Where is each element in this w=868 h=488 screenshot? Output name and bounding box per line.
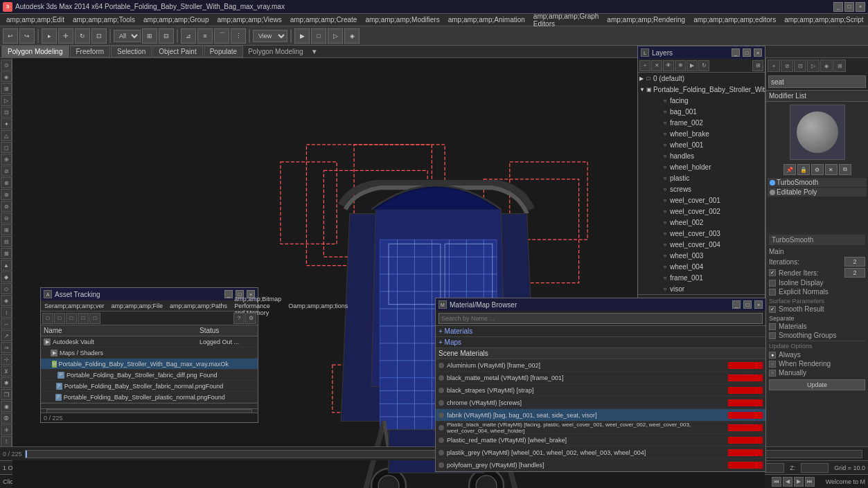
layers-panel-titlebar[interactable]: L Layers _ □ × [638,46,765,59]
material-polyfoam[interactable]: polyfoam_grey (VRayMtl) [handles] [436,459,765,471]
sidebar-icon-20[interactable]: ◇ [1,283,12,294]
material-black-strapes[interactable]: black_strapes (VRayMtl) [strap] [436,384,765,397]
tab-object-paint[interactable]: Object Paint [152,46,202,57]
material-panel-titlebar[interactable]: M Material/Map Browser _ □ × [436,298,765,311]
tb-rotate[interactable]: ↻ [75,28,90,44]
ts-smoothing-checkbox[interactable] [769,332,776,339]
ts-explicit-checkbox[interactable] [769,289,776,296]
sidebar-icon-3[interactable]: ⊞ [1,83,12,94]
mod-config[interactable]: ⚙ [811,164,824,175]
layer-plastic[interactable]: ○ plastic [638,172,765,183]
ts-materials-checkbox[interactable] [769,323,776,330]
asset-menu-server[interactable]: Seramp;amp;amp;ver [42,302,107,310]
tab-selection[interactable]: Selection [111,46,152,57]
rp-icon-modify[interactable]: ⊘ [781,60,793,72]
asset-menu-options[interactable]: Oamp;amp;amp;tions [286,302,350,310]
layer-hide[interactable]: 👁 [663,60,674,71]
modifier-editable-poly[interactable]: Editable Poly [768,188,867,197]
sidebar-icon-2[interactable]: ◈ [1,71,12,82]
layer-wheel004[interactable]: ○ wheel_004 [638,261,765,272]
tb-select[interactable]: ▸ [42,28,57,44]
asset-item-vault[interactable]: ▶ Autodesk Vault Logged Out ... [41,336,258,347]
ts-iterations-input[interactable] [844,257,865,266]
sidebar-icon-24[interactable]: ↗ [1,330,12,341]
sidebar-icon-6[interactable]: ✦ [1,118,12,129]
tb-redo[interactable]: ↪ [19,28,35,44]
layer-new[interactable]: + [639,60,650,71]
material-section-maps[interactable]: + Maps [436,337,765,348]
asset-tb1[interactable]: □ [42,313,53,324]
sidebar-icon-21[interactable]: ◈ [1,295,12,306]
sidebar-icon-8[interactable]: ◻ [1,142,12,153]
ts-always-radio[interactable]: ● [769,352,776,359]
object-name-input[interactable] [768,75,866,88]
layer-refresh[interactable]: ↻ [698,60,709,71]
menu-item-modifiers[interactable]: amp;amp;amp;Modifiers [362,15,443,24]
layer-screws[interactable]: ○ screws [638,183,765,195]
tab-freeform[interactable]: Freeform [70,46,111,57]
material-section-scene[interactable]: Scene Materials [436,348,765,359]
layer-wheel003[interactable]: ○ wheel_003 [638,250,765,261]
window-controls[interactable]: _ □ × [833,2,865,12]
ts-smooth-checkbox[interactable]: ✓ [769,306,776,313]
menu-item-rendering[interactable]: amp;amp;amp;Rendering [603,15,689,24]
asset-tb-help[interactable]: ? [233,313,245,324]
layers-panel-maximize[interactable]: □ [743,48,751,57]
material-aluminium[interactable]: Aluminium (VRayMtl) [frame_002] [436,359,765,372]
layer-weel-cover003[interactable]: ○ weel_cover_003 [638,228,765,239]
ts-render-checkbox[interactable]: ✓ [769,269,776,276]
mod-copy[interactable]: ⧉ [839,164,851,175]
layers-panel-close[interactable]: × [754,48,762,57]
layers-panel-minimize[interactable]: _ [732,48,740,57]
asset-tb3[interactable]: □ [66,313,77,324]
sidebar-icon-28[interactable]: ✱ [1,377,12,388]
asset-item-normal[interactable]: P Portable_Folding_Baby_Stroller_fabric_… [41,381,258,392]
tb-mirror[interactable]: ⊿ [181,28,196,44]
sidebar-icon-13[interactable]: ⊜ [1,201,12,212]
layer-default[interactable]: ▶ □ 0 (default) [638,73,765,84]
menu-item-views[interactable]: amp;amp;amp;Views [213,15,285,24]
material-plastic-black[interactable]: Plastic_black_matte (VRayMtl) [facing, p… [436,422,765,434]
tb-select-type[interactable]: All [114,30,141,42]
tb-render4[interactable]: ◈ [344,28,360,44]
asset-tb-config[interactable]: ⚙ [245,313,256,324]
play-next[interactable]: ⏭ [805,477,815,487]
layer-expand[interactable]: ⊞ [752,60,763,71]
material-panel-close[interactable]: × [754,300,763,309]
tb-undo[interactable]: ↩ [3,28,18,44]
mode-tab-extra[interactable]: ▼ [308,46,321,57]
sidebar-icon-1[interactable]: ⊙ [1,60,12,71]
timeline-cursor[interactable] [26,451,27,458]
rp-icon-hierarchy[interactable]: ⊡ [794,60,806,72]
asset-item-plastic[interactable]: P Portable_Folding_Baby_Stroller_plastic… [41,392,258,403]
sidebar-icon-10[interactable]: ⊘ [1,165,12,177]
layer-render[interactable]: ▶ [687,60,698,71]
rp-icon-display[interactable]: ◈ [820,60,833,72]
sidebar-icon-29[interactable]: ❐ [1,389,12,400]
menu-item-create[interactable]: amp;amp;amp;Create [287,15,361,24]
sidebar-icon-5[interactable]: ⊡ [1,107,12,118]
rp-icon-create[interactable]: + [768,60,780,72]
tb-render[interactable]: ▶ [294,28,310,44]
sidebar-icon-7[interactable]: △ [1,130,12,141]
sidebar-icon-27[interactable]: ⊻ [1,365,12,377]
ts-update-button[interactable]: Update [769,379,865,390]
sidebar-icon-26[interactable]: ⊹ [1,354,12,365]
material-plastic-red[interactable]: Plastic_red_matte (VRayMtl) [wheel_brake… [436,434,765,446]
sidebar-icon-14[interactable]: ⊝ [1,213,12,224]
sidebar-icon-32[interactable]: ⁜ [1,424,12,435]
tb-curve[interactable]: ⌒ [214,28,229,44]
material-section-materials[interactable]: + Materials [436,326,765,337]
sidebar-icon-17[interactable]: ⊠ [1,248,12,259]
material-panel-minimize[interactable]: _ [732,300,741,309]
layer-delete[interactable]: ✕ [651,60,662,71]
layer-wheel-brake[interactable]: ○ wheel_brake [638,128,765,139]
menu-item-graph[interactable]: amp;amp;amp;Graph Editors [530,12,603,28]
tb-scale[interactable]: ⊡ [91,28,107,44]
ts-when-rendering-radio[interactable]: ○ [769,361,776,368]
sidebar-icon-31[interactable]: ⦿ [1,413,12,424]
tb-render3[interactable]: ▷ [328,28,343,44]
ts-isoline-checkbox[interactable] [769,280,776,287]
play-fwd[interactable]: ▶ [794,477,804,487]
play-prev[interactable]: ⏮ [772,477,781,487]
